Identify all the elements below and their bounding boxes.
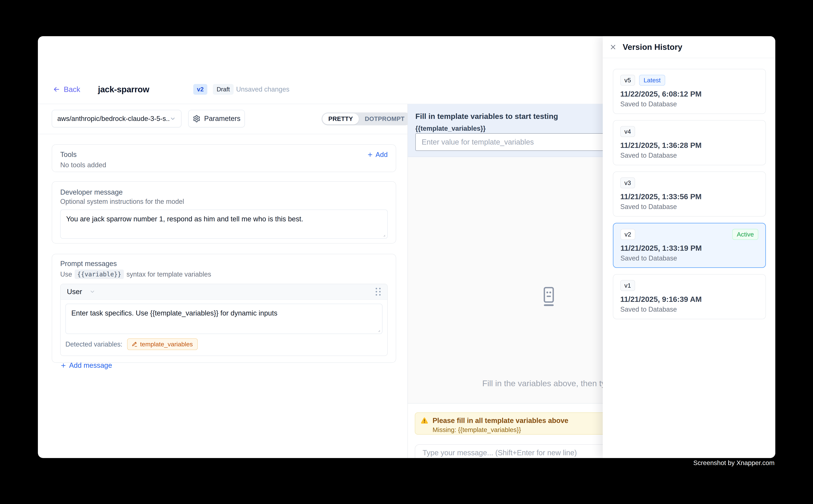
message-header: User (61, 284, 387, 300)
page-title: jack-sparrow (98, 84, 149, 94)
version-history-drawer: Version History v5 Latest 11/22/2025, 6:… (603, 36, 775, 458)
detected-variables-label: Detected variables: (65, 340, 122, 348)
version-timestamp: 11/22/2025, 6:08:12 PM (620, 90, 759, 98)
version-timestamp: 11/21/2025, 1:33:19 PM (621, 244, 758, 253)
warning-triangle-icon (420, 416, 428, 425)
version-status: Saved to Database (621, 254, 758, 262)
version-badge: v2 (193, 84, 208, 95)
resize-handle-icon[interactable] (376, 328, 381, 332)
format-toggle: PRETTY DOTPROMPT (322, 112, 411, 125)
variable-syntax-code: {{variable}} (75, 270, 124, 279)
gear-icon (193, 115, 200, 123)
latest-badge: Latest (639, 75, 665, 86)
back-label: Back (64, 85, 80, 94)
prompt-subtitle-suffix: syntax for template variables (126, 270, 211, 278)
version-number-badge: v1 (620, 280, 635, 291)
prompt-message-block: User Enter task specifics. Use {{templat… (60, 284, 388, 356)
active-badge: Active (732, 229, 758, 240)
pencil-icon (132, 342, 137, 347)
prompt-messages-section: Prompt messages Use {{variable}} syntax … (52, 254, 396, 363)
chevron-down-icon (89, 289, 95, 295)
add-message-label: Add message (69, 361, 112, 369)
close-icon[interactable] (609, 43, 618, 51)
warning-title: Please fill in all template variables ab… (433, 417, 568, 425)
version-number-badge: v3 (620, 177, 635, 188)
version-history-title: Version History (623, 42, 682, 52)
chevron-down-icon (169, 116, 176, 122)
prompt-messages-title: Prompt messages (60, 260, 388, 268)
developer-message-title: Developer message (60, 188, 388, 196)
tools-empty-text: No tools added (60, 161, 388, 169)
version-number-badge: v4 (620, 126, 635, 137)
draft-badge: Draft (213, 84, 234, 95)
parameters-label: Parameters (204, 115, 241, 123)
page-header: Back jack-sparrow v2 Draft Unsaved chang… (53, 83, 289, 95)
unsaved-changes-label: Unsaved changes (236, 85, 289, 93)
version-status: Saved to Database (620, 100, 759, 108)
tools-section: Tools Add No tools added (52, 144, 396, 172)
version-timestamp: 11/21/2025, 9:16:39 AM (620, 295, 759, 304)
version-timestamp: 11/21/2025, 1:33:56 PM (620, 192, 759, 201)
banner-title: Fill in template variables to start test… (415, 112, 558, 121)
model-select[interactable]: aws/anthropic/bedrock-claude-3-5-s... (52, 110, 181, 127)
parameters-button[interactable]: Parameters (188, 110, 245, 127)
version-number-badge: v2 (621, 229, 635, 240)
toggle-pretty[interactable]: PRETTY (322, 113, 359, 124)
version-card-v1[interactable]: v1 11/21/2025, 9:16:39 AM Saved to Datab… (613, 274, 766, 319)
version-timestamp: 11/21/2025, 1:36:28 PM (620, 141, 759, 150)
model-select-value: aws/anthropic/bedrock-claude-3-5-s... (57, 115, 169, 123)
tools-title: Tools (60, 151, 77, 159)
version-card-v4[interactable]: v4 11/21/2025, 1:36:28 PM Saved to Datab… (613, 120, 766, 165)
version-card-v3[interactable]: v3 11/21/2025, 1:33:56 PM Saved to Datab… (613, 172, 766, 217)
banner-variable-label: {{template_variables}} (415, 125, 486, 132)
add-tool-label: Add (375, 151, 388, 159)
toolbar-divider (38, 134, 407, 134)
template-variable-chip-label: template_variables (140, 341, 193, 348)
watermark-text: Screenshot by Xnapper.com (693, 459, 775, 467)
app-window: Back jack-sparrow v2 Draft Unsaved chang… (38, 36, 775, 458)
prompt-message-input[interactable]: Enter task specifics. Use {{template_var… (65, 304, 382, 334)
version-card-v5[interactable]: v5 Latest 11/22/2025, 6:08:12 PM Saved t… (613, 69, 766, 114)
developer-message-section: Developer message Optional system instru… (52, 181, 396, 244)
prompt-subtitle-prefix: Use (60, 270, 72, 278)
header-badges: v2 Draft (193, 84, 234, 95)
role-select-value: User (67, 288, 82, 296)
version-card-v2[interactable]: v2 Active 11/21/2025, 1:33:19 PM Saved t… (613, 223, 766, 268)
plus-icon (367, 152, 373, 158)
plus-icon (60, 362, 66, 369)
resize-handle-icon[interactable] (381, 232, 386, 237)
developer-message-input[interactable]: You are jack sparrow number 1, respond a… (60, 210, 388, 239)
screenshot-background: Back jack-sparrow v2 Draft Unsaved chang… (0, 0, 813, 504)
version-status: Saved to Database (620, 203, 759, 211)
version-history-header: Version History (603, 36, 775, 58)
drag-handle-icon[interactable] (376, 288, 381, 296)
version-number-badge: v5 (620, 75, 635, 86)
arrow-left-icon (53, 85, 60, 93)
add-tool-button[interactable]: Add (367, 151, 388, 159)
chat-empty-state-text: Fill in the variables above, then typ (482, 379, 610, 388)
toggle-dotprompt[interactable]: DOTPROMPT (359, 113, 410, 124)
add-message-button[interactable]: Add message (60, 361, 388, 369)
template-variable-chip[interactable]: template_variables (127, 338, 197, 350)
bot-face-icon (543, 287, 554, 308)
version-status: Saved to Database (620, 306, 759, 313)
role-select[interactable]: User (67, 288, 95, 296)
developer-message-subtitle: Optional system instructions for the mod… (60, 198, 388, 205)
back-button[interactable]: Back (53, 85, 80, 94)
version-status: Saved to Database (620, 152, 759, 159)
version-list: v5 Latest 11/22/2025, 6:08:12 PM Saved t… (613, 69, 766, 319)
